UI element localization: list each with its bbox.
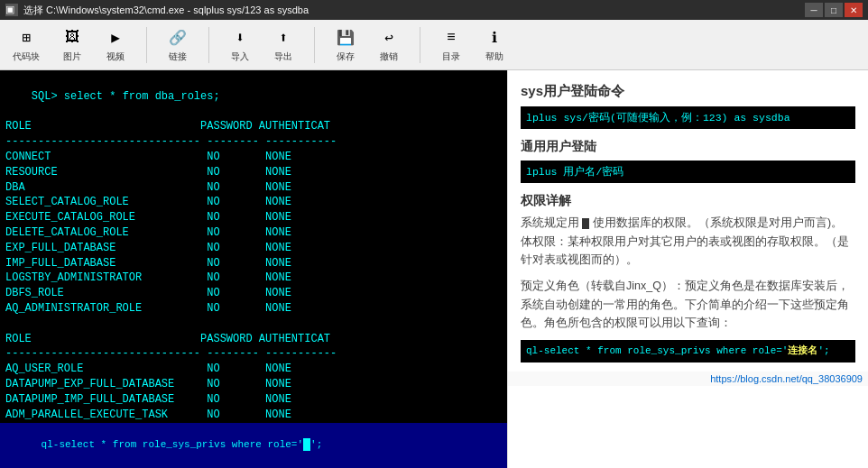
maximize-button[interactable]: □ (825, 3, 843, 17)
toolbar-code-button[interactable]: ⊞ 代码块 (7, 23, 45, 67)
toolbar-divider-2 (208, 27, 209, 63)
image-icon: 🖼 (61, 27, 83, 49)
toolbar-image-label: 图片 (63, 50, 81, 63)
window-title: 选择 C:\Windows\system32\cmd.exe - sqlplus… (23, 4, 309, 17)
sys-login-title: sys用户登陆命令 (521, 79, 855, 103)
toolbar-toc-label: 目录 (442, 50, 460, 63)
terminal-window[interactable]: SQL> select * from dba_roles; ROLE PASSW… (0, 70, 507, 468)
section-general-login: 通用用户登陆 lplus 用户名/密码 (521, 136, 855, 183)
toolbar-image-button[interactable]: 🖼 图片 (56, 23, 88, 67)
close-button[interactable]: ✕ (845, 3, 863, 17)
toolbar-import-button[interactable]: ⬇ 导入 (224, 23, 256, 67)
video-icon: ▶ (105, 27, 126, 49)
section-predefined-roles: 预定义角色（转载自Jinx_Q）：预定义角色是在数据库安装后，系统自动创建的一常… (521, 277, 855, 333)
toolbar-video-label: 视频 (106, 50, 125, 63)
main-area: SQL> select * from dba_roles; ROLE PASSW… (0, 70, 868, 468)
bottom-query: ql-select * from role_sys_privs where ro… (42, 439, 303, 450)
query-role-name: 连接名 (788, 343, 817, 360)
title-bar-controls: ─ □ ✕ (805, 3, 863, 17)
sys-priv-label: 系统规定用 使用数据库的权限。（系统权限是对用户而言)。 (521, 216, 843, 229)
privileges-title: 权限详解 (521, 190, 855, 212)
toolbar-undo-label: 撤销 (380, 50, 398, 63)
undo-icon: ↩ (378, 27, 400, 49)
toolbar-divider-3 (314, 27, 315, 63)
toolbar-divider-1 (146, 27, 147, 63)
query-end: '; (817, 343, 829, 360)
toolbar-undo-button[interactable]: ↩ 撤销 (373, 23, 405, 67)
link-icon: 🔗 (167, 27, 189, 49)
save-icon: 💾 (335, 27, 356, 49)
toolbar-save-label: 保存 (337, 50, 355, 63)
toolbar-export-button[interactable]: ⬆ 导出 (267, 23, 300, 67)
export-icon: ⬆ (272, 27, 294, 49)
help-icon: ℹ (484, 27, 505, 49)
sys-login-code: lplus sys/密码(可随便输入，例：123) as sysdba (521, 106, 855, 130)
query-text-display: ql-select * from role_sys_privs where ro… (526, 343, 788, 360)
blog-link[interactable]: https://blog.csdn.net/qq_38036909 (508, 372, 868, 386)
toolbar-link-label: 链接 (169, 50, 187, 63)
minimize-button[interactable]: ─ (805, 3, 823, 17)
section-privileges: 权限详解 系统规定用 使用数据库的权限。（系统权限是对用户而言)。 体权限：某种… (521, 190, 855, 270)
overlay-content: sys用户登陆命令 lplus sys/密码(可随便输入，例：123) as s… (508, 70, 868, 372)
toolbar-help-label: 帮助 (485, 50, 503, 63)
toolbar-save-button[interactable]: 💾 保存 (329, 23, 362, 67)
predefined-roles-title: 预定义角色（转载自Jinx_Q）：预定义角色是在数据库安装后，系统自动创建的一常… (521, 277, 855, 333)
toolbar-help-button[interactable]: ℹ 帮助 (478, 23, 511, 67)
toolbar-export-label: 导出 (274, 50, 292, 63)
terminal-text: SQL> select * from dba_roles; ROLE PASSW… (5, 90, 337, 468)
general-login-code: lplus 用户名/密码 (521, 161, 855, 184)
toolbar-video-button[interactable]: ▶ 视频 (99, 23, 132, 67)
bottom-query-suffix: '; (310, 439, 322, 450)
section-sys-login: sys用户登陆命令 lplus sys/密码(可随便输入，例：123) as s… (521, 79, 855, 129)
toolbar-toc-button[interactable]: ≡ 目录 (435, 23, 467, 67)
bottom-query-block: ql-select * from role_sys_privs where ro… (521, 340, 855, 362)
overlay-panel: sys用户登陆命令 lplus sys/密码(可随便输入，例：123) as s… (507, 70, 868, 468)
general-login-title: 通用用户登陆 (521, 136, 855, 158)
toolbar-divider-4 (420, 27, 420, 63)
privileges-body2: 体权限：某种权限用户对其它用户的表或视图的存取权限。（是针对表或视图而的）。 (521, 233, 855, 270)
toolbar-link-button[interactable]: 🔗 链接 (162, 23, 194, 67)
title-bar: ▣ 选择 C:\Windows\system32\cmd.exe - sqlpl… (0, 0, 868, 20)
predefined-intro: 预定义角色（转载自Jinx_Q）：预定义角色是在数据库安装后，系统自动创建的一常… (521, 280, 849, 329)
title-bar-left: ▣ 选择 C:\Windows\system32\cmd.exe - sqlpl… (5, 4, 309, 17)
toc-icon: ≡ (440, 27, 462, 49)
code-icon: ⊞ (15, 27, 37, 49)
toolbar: ⊞ 代码块 🖼 图片 ▶ 视频 🔗 链接 ⬇ 导入 ⬆ 导出 💾 保存 ↩ 撤销… (0, 20, 868, 70)
cursor-placeholder (582, 218, 589, 229)
privileges-body1: 系统规定用 使用数据库的权限。（系统权限是对用户而言)。 (521, 214, 855, 233)
cursor (303, 438, 310, 451)
toolbar-import-label: 导入 (231, 50, 249, 63)
toolbar-code-label: 代码块 (13, 50, 40, 63)
terminal-bottom-bar: ql-select * from role_sys_privs where ro… (0, 423, 507, 468)
import-icon: ⬇ (229, 27, 251, 49)
window-icon: ▣ (5, 4, 18, 16)
